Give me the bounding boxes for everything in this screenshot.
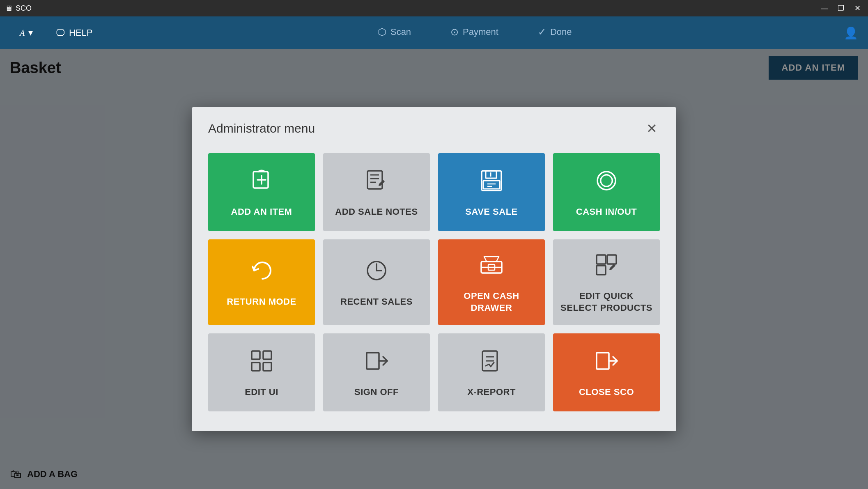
add-sale-notes-label: ADD SALE NOTES: [335, 206, 418, 218]
add-sale-notes-button[interactable]: ADD SALE NOTES: [323, 153, 430, 231]
edit-quick-select-icon: [594, 253, 619, 282]
tab-payment[interactable]: ⊙ Payment: [431, 16, 518, 49]
close-sco-label: CLOSE SCO: [579, 386, 634, 398]
edit-quick-select-label: EDIT QUICK SELECT PRODUCTS: [560, 290, 653, 314]
language-chevron: ▾: [28, 28, 33, 38]
admin-menu-modal: Administrator menu ✕ ADD AN ITEM: [192, 107, 676, 431]
svg-rect-31: [367, 353, 379, 369]
add-item-label: ADD AN ITEM: [231, 206, 292, 218]
return-mode-button[interactable]: RETURN MODE: [208, 239, 315, 325]
edit-quick-select-button[interactable]: EDIT QUICK SELECT PRODUCTS: [553, 239, 660, 325]
admin-menu-grid: ADD AN ITEM ADD SALE NOT: [208, 153, 660, 411]
language-selector[interactable]: 𝐴 ▾: [10, 28, 43, 38]
edit-ui-label: EDIT UI: [245, 386, 278, 398]
edit-ui-button[interactable]: EDIT UI: [208, 333, 315, 411]
tab-scan[interactable]: ⬡ Scan: [358, 16, 431, 49]
add-sale-notes-icon: [364, 168, 389, 198]
app-icon: 🖥: [5, 4, 12, 13]
save-sale-button[interactable]: SAVE SALE: [438, 153, 545, 231]
recent-sales-label: RECENT SALES: [340, 296, 413, 308]
svg-rect-28: [263, 351, 271, 359]
cash-in-out-icon: [594, 168, 619, 198]
help-label: HELP: [69, 28, 92, 38]
help-button[interactable]: 🖵 HELP: [43, 28, 106, 38]
done-icon: ✓: [538, 26, 546, 38]
svg-rect-27: [252, 351, 260, 359]
sign-off-label: SIGN OFF: [354, 386, 399, 398]
scan-icon: ⬡: [378, 26, 386, 38]
recent-sales-button[interactable]: RECENT SALES: [323, 239, 430, 325]
tab-done[interactable]: ✓ Done: [518, 16, 592, 49]
modal-overlay: Administrator menu ✕ ADD AN ITEM: [0, 49, 868, 489]
payment-icon: ⊙: [450, 26, 459, 38]
save-sale-label: SAVE SALE: [465, 206, 518, 218]
close-sco-button[interactable]: CLOSE SCO: [553, 333, 660, 411]
svg-rect-29: [252, 363, 260, 371]
open-cash-drawer-label: OPEN CASH DRAWER: [445, 290, 538, 314]
user-icon[interactable]: 👤: [844, 26, 858, 40]
svg-rect-23: [597, 255, 606, 264]
window-controls: — ❐ ✕: [819, 2, 863, 14]
title-bar: 🖥 SCO — ❐ ✕: [0, 0, 868, 16]
cash-in-out-button[interactable]: CASH IN/OUT: [553, 153, 660, 231]
svg-rect-25: [597, 266, 606, 275]
svg-rect-24: [607, 255, 616, 264]
help-icon: 🖵: [56, 28, 65, 38]
nav-tabs: ⬡ Scan ⊙ Payment ✓ Done: [106, 16, 844, 49]
close-window-button[interactable]: ✕: [852, 2, 863, 14]
restore-button[interactable]: ❐: [835, 2, 847, 14]
add-item-button[interactable]: ADD AN ITEM: [208, 153, 315, 231]
tab-scan-label: Scan: [390, 27, 411, 37]
svg-rect-10: [483, 181, 500, 189]
save-sale-icon: [479, 168, 504, 198]
sign-off-button[interactable]: SIGN OFF: [323, 333, 430, 411]
close-sco-icon: [594, 349, 619, 378]
app-title-area: 🖥 SCO: [5, 4, 32, 13]
main-area: Basket ADD AN ITEM 🛍 ADD A BAG Administr…: [0, 49, 868, 489]
x-report-icon: [479, 349, 504, 378]
language-icon: 𝐴: [20, 28, 25, 38]
svg-rect-30: [263, 363, 271, 371]
app-title: SCO: [16, 4, 32, 13]
x-report-button[interactable]: X-REPORT: [438, 333, 545, 411]
open-cash-drawer-icon: [479, 253, 504, 282]
svg-rect-36: [597, 353, 609, 369]
tab-payment-label: Payment: [463, 27, 498, 37]
sign-off-icon: [364, 349, 389, 378]
x-report-label: X-REPORT: [467, 386, 516, 398]
add-item-icon: [249, 168, 274, 198]
modal-close-button[interactable]: ✕: [643, 120, 660, 137]
return-mode-icon: [249, 258, 274, 288]
recent-sales-icon: [364, 258, 389, 288]
return-mode-label: RETURN MODE: [227, 296, 296, 308]
edit-ui-icon: [249, 349, 274, 378]
open-cash-drawer-button[interactable]: OPEN CASH DRAWER: [438, 239, 545, 325]
modal-header: Administrator menu ✕: [208, 120, 660, 137]
cash-in-out-label: CASH IN/OUT: [576, 206, 637, 218]
tab-done-label: Done: [550, 27, 572, 37]
minimize-button[interactable]: —: [819, 2, 830, 14]
top-nav: 𝐴 ▾ 🖵 HELP ⬡ Scan ⊙ Payment ✓ Done 👤: [0, 16, 868, 49]
modal-title: Administrator menu: [208, 122, 315, 135]
svg-rect-3: [367, 171, 382, 189]
